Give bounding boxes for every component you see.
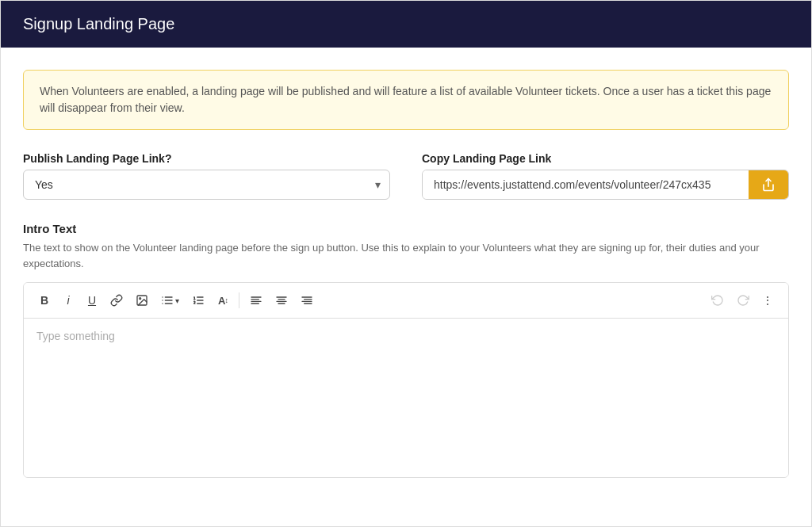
copy-link-button[interactable] bbox=[749, 170, 788, 199]
intro-text-title: Intro Text bbox=[23, 222, 789, 235]
undo-icon bbox=[711, 294, 724, 307]
toolbar-bullet-list-button[interactable]: ▾ bbox=[155, 289, 185, 311]
toolbar-align-right-button[interactable] bbox=[295, 289, 319, 311]
toolbar-right: ⋮ bbox=[706, 289, 779, 311]
copy-link-group: Copy Landing Page Link bbox=[422, 152, 789, 200]
editor-body[interactable]: Type something bbox=[24, 319, 788, 477]
toolbar-more-button[interactable]: ⋮ bbox=[756, 289, 779, 311]
toolbar-ordered-list-button[interactable] bbox=[186, 289, 210, 311]
toolbar-align-center-button[interactable] bbox=[270, 289, 293, 311]
svg-point-2 bbox=[140, 298, 141, 300]
toolbar-separator-1 bbox=[239, 292, 239, 308]
page-header: Signup Landing Page bbox=[1, 1, 811, 48]
intro-text-section: Intro Text The text to show on the Volun… bbox=[23, 222, 789, 478]
bullet-list-chevron: ▾ bbox=[175, 296, 179, 305]
publish-label: Publish Landing Page Link? bbox=[23, 152, 390, 165]
info-alert: When Volunteers are enabled, a landing p… bbox=[23, 70, 789, 130]
toolbar-underline-button[interactable]: U bbox=[81, 289, 103, 311]
toolbar-align-left-button[interactable] bbox=[244, 289, 268, 311]
toolbar-link-button[interactable] bbox=[105, 289, 128, 311]
align-left-icon bbox=[250, 294, 262, 307]
copy-icon bbox=[761, 178, 776, 192]
form-row: Publish Landing Page Link? YesNo Copy La… bbox=[23, 152, 789, 200]
publish-select-wrapper: YesNo bbox=[23, 170, 390, 200]
toolbar-bold-button[interactable]: B bbox=[33, 289, 56, 311]
intro-text-description: The text to show on the Volunteer landin… bbox=[23, 240, 789, 271]
toolbar-font-size-button[interactable]: A↕ bbox=[212, 289, 234, 311]
link-icon bbox=[110, 294, 123, 307]
toolbar-redo-button[interactable] bbox=[731, 289, 755, 311]
toolbar-undo-button[interactable] bbox=[706, 289, 730, 311]
copy-link-label: Copy Landing Page Link bbox=[422, 152, 789, 165]
rich-text-editor: B i U bbox=[23, 282, 789, 478]
ordered-list-icon bbox=[192, 294, 205, 307]
alert-message: When Volunteers are enabled, a landing p… bbox=[40, 85, 771, 114]
page-title: Signup Landing Page bbox=[23, 15, 174, 32]
align-right-icon bbox=[301, 294, 313, 307]
align-center-icon bbox=[275, 294, 288, 307]
page-content: When Volunteers are enabled, a landing p… bbox=[1, 48, 811, 500]
copy-link-row bbox=[422, 170, 789, 200]
copy-link-input[interactable] bbox=[423, 170, 749, 199]
editor-placeholder: Type something bbox=[36, 330, 115, 342]
redo-icon bbox=[737, 294, 749, 307]
image-icon bbox=[136, 294, 148, 307]
publish-group: Publish Landing Page Link? YesNo bbox=[23, 152, 390, 200]
toolbar-italic-button[interactable]: i bbox=[57, 289, 79, 311]
bullet-list-icon bbox=[161, 294, 174, 307]
editor-toolbar: B i U bbox=[24, 283, 788, 319]
publish-select[interactable]: YesNo bbox=[23, 170, 390, 200]
toolbar-image-button[interactable] bbox=[130, 289, 154, 311]
